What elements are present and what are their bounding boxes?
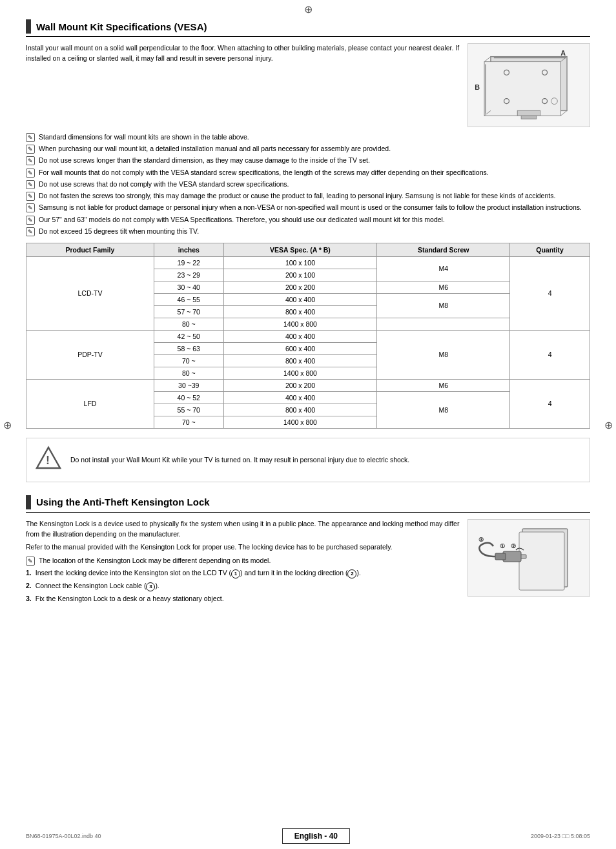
note-icon-3: ✎	[26, 156, 35, 165]
kensington-title: Using the Anti-Theft Kensington Lock	[36, 496, 210, 507]
table-row: PDP-TV 42 ~ 50 400 x 400 M8 4	[26, 330, 590, 342]
vesa-intro-paragraph: Install your wall mount on a solid wall …	[26, 43, 461, 64]
col-header-family: Product Family	[26, 243, 154, 256]
kensington-step-2: 2. Connect the Kensington Lock cable (3)…	[26, 581, 461, 591]
svg-text:B: B	[475, 83, 480, 91]
vesa-note-4: ✎ For wall mounts that do not comply wit…	[26, 168, 590, 178]
warning-box: ! Do not install your Wall Mount Kit whi…	[26, 438, 590, 482]
note-icon-6: ✎	[26, 192, 35, 201]
kensington-para1: The Kensington Lock is a device used to …	[26, 519, 461, 540]
kensington-diagram-svg: ② ① ③	[471, 519, 587, 597]
vesa-note-7: ✎ Samsung is not liable for product dama…	[26, 203, 590, 212]
col-header-qty: Quantity	[510, 243, 590, 256]
vesa-section-heading: Wall Mount Kit Specifications (VESA)	[26, 19, 590, 37]
svg-text:②: ②	[511, 543, 516, 549]
vesa-intro-area: Install your wall mount on a solid wall …	[26, 43, 590, 127]
page-number: English - 40	[282, 828, 350, 844]
note-icon-5: ✎	[26, 180, 35, 189]
note-icon-7: ✎	[26, 203, 35, 212]
crosshair-left-mark: ⊕	[3, 418, 12, 431]
note-icon-4: ✎	[26, 169, 35, 178]
kensington-note-text: The location of the Kensington Lock may …	[39, 556, 271, 566]
kensington-area: The Kensington Lock is a device used to …	[26, 519, 590, 606]
kensington-text-area: The Kensington Lock is a device used to …	[26, 519, 461, 606]
heading-bar	[26, 19, 31, 34]
vesa-intro-text: Install your wall mount on a solid wall …	[26, 43, 461, 127]
svg-rect-23	[495, 553, 506, 560]
vesa-note-5: ✎ Do not use screws that do not comply w…	[26, 179, 590, 189]
footer-date: 2009-01-23 □□ 5:08:05	[531, 833, 590, 839]
kensington-step-1: 1. Insert the locking device into the Ke…	[26, 568, 461, 578]
svg-text:①: ①	[500, 543, 505, 549]
heading-bar-2	[26, 495, 31, 509]
kensington-steps: 1. Insert the locking device into the Ke…	[26, 568, 461, 604]
family-pdp: PDP-TV	[26, 330, 154, 379]
note-icon-8: ✎	[26, 216, 35, 225]
note-icon-9: ✎	[26, 227, 35, 236]
family-lcd: LCD-TV	[26, 256, 154, 330]
vesa-note-2: ✎ When purchasing our wall mount kit, a …	[26, 144, 590, 154]
crosshair-top-mark: ⊕	[304, 3, 313, 15]
footer-page-number-container: English - 40	[282, 828, 350, 844]
family-lfd: LFD	[26, 379, 154, 428]
footer-filename: BN68-01975A-00L02.indb 40	[26, 833, 101, 839]
svg-line-2	[484, 57, 491, 62]
col-header-vesa: VESA Spec. (A * B)	[223, 243, 377, 256]
kensington-diagram: ② ① ③	[467, 519, 590, 597]
warning-icon: !	[36, 445, 61, 475]
page-container: Wall Mount Kit Specifications (VESA) Ins…	[26, 19, 590, 606]
vesa-table: Product Family inches VESA Spec. (A * B)…	[26, 243, 590, 429]
vesa-note-8: ✎ Our 57" and 63" models do not comply w…	[26, 215, 590, 225]
footer: BN68-01975A-00L02.indb 40 English - 40 2…	[0, 823, 616, 849]
svg-rect-1	[484, 62, 560, 116]
warning-text: Do not install your Wall Mount Kit while…	[70, 455, 409, 465]
svg-rect-15	[521, 116, 537, 119]
svg-rect-20	[519, 532, 564, 590]
note-icon-1: ✎	[26, 133, 35, 142]
note-icon-2: ✎	[26, 145, 35, 154]
tv-diagram: A B	[467, 43, 590, 127]
kensington-note-1: ✎ The location of the Kensington Lock ma…	[26, 556, 461, 566]
warning-triangle-icon: !	[36, 445, 61, 471]
svg-text:!: !	[46, 454, 50, 467]
tv-diagram-svg: A B	[468, 44, 590, 127]
svg-line-5	[560, 110, 567, 116]
table-row: LFD 30 ~39 200 x 200 M6 4	[26, 379, 590, 391]
svg-text:A: A	[560, 49, 566, 57]
vesa-notes-list: ✎ Standard dimensions for wall mount kit…	[26, 132, 590, 236]
vesa-note-9: ✎ Do not exceed 15 degrees tilt when mou…	[26, 227, 590, 236]
kensington-section-heading: Using the Anti-Theft Kensington Lock	[26, 495, 590, 513]
kensington-para2: Refer to the manual provided with the Ke…	[26, 542, 461, 553]
note-icon-k1: ✎	[26, 557, 35, 566]
table-row: LCD-TV 19 ~ 22 100 x 100 M4 4	[26, 256, 590, 269]
svg-text:③: ③	[478, 537, 484, 543]
vesa-title: Wall Mount Kit Specifications (VESA)	[36, 21, 207, 32]
vesa-note-1: ✎ Standard dimensions for wall mount kit…	[26, 132, 590, 142]
kensington-notes: ✎ The location of the Kensington Lock ma…	[26, 556, 461, 566]
crosshair-right-mark: ⊕	[604, 418, 613, 431]
kensington-step-3: 3. Fix the Kensington Lock to a desk or …	[26, 594, 461, 604]
col-header-inches: inches	[154, 243, 223, 256]
vesa-note-3: ✎ Do not use screws longer than the stan…	[26, 156, 590, 165]
col-header-screw: Standard Screw	[377, 243, 510, 256]
svg-rect-14	[517, 110, 540, 116]
vesa-note-6: ✎ Do not fasten the screws too strongly,…	[26, 191, 590, 201]
